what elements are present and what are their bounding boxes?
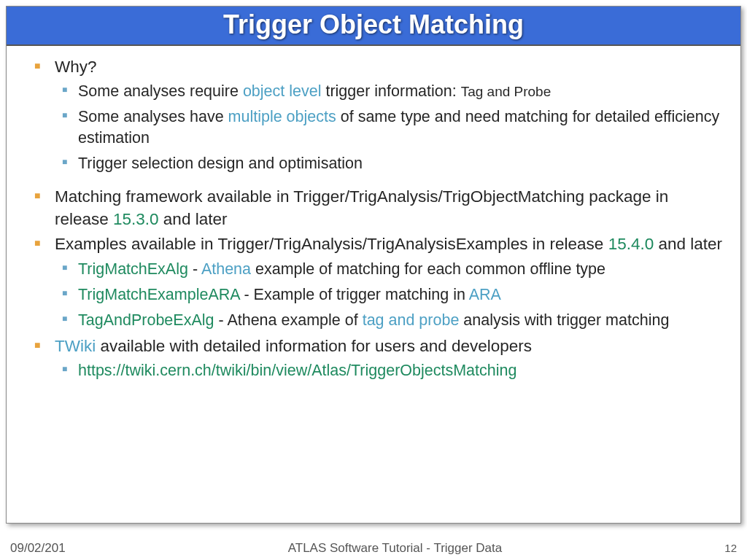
why-heading: Why? bbox=[55, 58, 97, 76]
tagandprobeexalg-label: TagAndProbeExAlg bbox=[78, 311, 214, 329]
slide-title: Trigger Object Matching bbox=[7, 9, 740, 40]
tag-and-probe-em: tag and probe bbox=[363, 311, 460, 329]
slide-footer: 09/02/201 ATLAS Software Tutorial - Trig… bbox=[0, 541, 747, 556]
multiple-objects-em: multiple objects bbox=[228, 108, 336, 125]
bullet-framework: Matching framework available in Trigger/… bbox=[24, 186, 723, 230]
twiki-url: https://twiki.cern.ch/twiki/bin/view/Atl… bbox=[78, 362, 516, 379]
twiki-link: TWiki bbox=[55, 337, 96, 355]
bullet-why-sub1: Some analyses require object level trigg… bbox=[24, 81, 723, 102]
bullet-twiki-url: https://twiki.cern.ch/twiki/bin/view/Atl… bbox=[24, 360, 723, 381]
bullet-trigmatchexampleara: TrigMatchExampleARA - Example of trigger… bbox=[24, 284, 723, 306]
ara-em: ARA bbox=[469, 286, 501, 303]
bullet-why: Why? bbox=[24, 56, 723, 78]
bullet-twiki: TWiki available with detailed informatio… bbox=[24, 335, 723, 357]
bullet-trigmatchexalg: TrigMatchExAlg - Athena example of match… bbox=[24, 259, 723, 280]
athena-em: Athena bbox=[201, 260, 251, 278]
trigmatchexalg-label: TrigMatchExAlg bbox=[78, 260, 188, 278]
bullet-why-sub2: Some analyses have multiple objects of s… bbox=[24, 106, 723, 149]
bullet-why-sub3: Trigger selection design and optimisatio… bbox=[24, 153, 723, 174]
trigmatchexampleara-label: TrigMatchExampleARA bbox=[78, 286, 239, 303]
object-level-em: object level bbox=[243, 82, 322, 100]
slide-frame: Trigger Object Matching Why? Some analys… bbox=[6, 6, 741, 524]
title-bar: Trigger Object Matching bbox=[7, 7, 740, 46]
footer-center: ATLAS Software Tutorial - Trigger Data bbox=[66, 541, 725, 556]
footer-date: 09/02/201 bbox=[10, 541, 66, 556]
release-15-3-0: 15.3.0 bbox=[113, 210, 159, 228]
footer-page-number: 12 bbox=[724, 542, 737, 554]
bullet-tagandprobeexalg: TagAndProbeExAlg - Athena example of tag… bbox=[24, 310, 723, 331]
bullet-examples: Examples available in Trigger/TrigAnalys… bbox=[24, 233, 723, 255]
slide-content: Why? Some analyses require object level … bbox=[7, 46, 740, 396]
release-15-4-0: 15.4.0 bbox=[608, 235, 654, 253]
tag-probe-tail: Tag and Probe bbox=[461, 84, 551, 99]
